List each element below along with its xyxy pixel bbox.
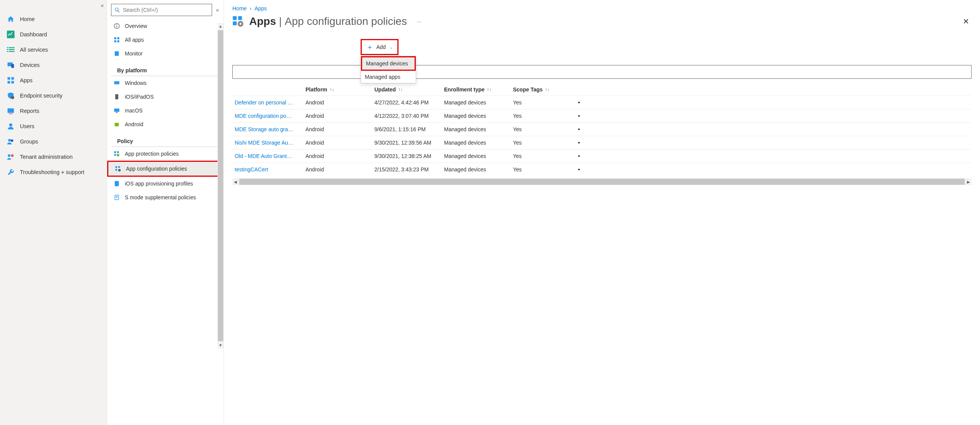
cell-platform: Android <box>305 113 374 119</box>
nav-tenant-admin[interactable]: Tenant administration <box>0 149 107 164</box>
row-more-button[interactable]: • <box>578 99 590 106</box>
apps-gear-icon <box>232 16 244 27</box>
shield-icon <box>7 92 15 99</box>
nav-reports[interactable]: Reports <box>0 103 107 119</box>
subnav-label: iOS app provisioning profiles <box>125 181 193 187</box>
table-row: MDE Storage auto gra…Android9/6/2021, 1:… <box>232 122 972 136</box>
nav-home[interactable]: Home <box>0 11 107 27</box>
subnav-label: macOS <box>125 107 143 114</box>
subnav-search-input[interactable] <box>123 7 209 13</box>
nav-devices[interactable]: Devices <box>0 57 107 73</box>
nav-label: Reports <box>20 108 39 114</box>
subnav-app-protection[interactable]: App protection policies <box>107 147 224 161</box>
home-icon <box>7 15 15 23</box>
svg-point-16 <box>8 139 11 142</box>
scroll-down-icon: ▼ <box>219 342 222 348</box>
subnav-app-config[interactable]: App configuration policies <box>107 161 224 177</box>
cell-updated: 4/12/2022, 3:07:40 PM <box>374 113 444 119</box>
dashboard-icon <box>7 31 15 38</box>
subnav-scrollbar[interactable]: ▲ ▼ <box>217 23 224 348</box>
gear-grid-icon <box>114 165 121 172</box>
subnav-windows[interactable]: Windows <box>107 76 224 90</box>
scrollbar-thumb[interactable] <box>239 179 965 185</box>
policy-name-link[interactable]: Nishi MDE Storage Au… <box>235 140 300 146</box>
cell-platform: Android <box>305 99 374 106</box>
svg-point-19 <box>11 154 14 157</box>
scroll-left-icon: ◀ <box>232 180 238 184</box>
subnav-label: iOS/iPadOS <box>125 94 154 100</box>
row-more-button[interactable]: • <box>578 153 590 159</box>
svg-rect-48 <box>233 21 237 25</box>
grid-icon <box>113 36 120 43</box>
nav-endpoint-security[interactable]: Endpoint security <box>0 88 107 103</box>
filter-searchbar[interactable] <box>232 65 972 79</box>
cell-enrollment: Managed devices <box>444 166 513 173</box>
svg-point-20 <box>115 8 118 11</box>
groups-icon <box>7 138 15 145</box>
svg-rect-28 <box>117 40 119 42</box>
col-enrollment[interactable]: Enrollment type↑↓ <box>444 86 513 93</box>
svg-point-15 <box>9 124 12 127</box>
nav-dashboard[interactable]: Dashboard <box>0 27 107 42</box>
row-more-button[interactable]: • <box>578 166 590 173</box>
subnav-label: Monitor <box>125 50 143 57</box>
row-more-button[interactable]: • <box>578 140 590 146</box>
svg-rect-29 <box>115 51 119 56</box>
add-button[interactable]: ＋ Add ⌄ <box>361 39 399 55</box>
macos-icon <box>113 107 120 114</box>
col-updated[interactable]: Updated↑↓ <box>374 86 444 93</box>
row-more-button[interactable]: • <box>578 126 590 132</box>
subnav-collapse[interactable]: « <box>216 7 220 13</box>
subnav-overview[interactable]: Overview <box>107 19 224 33</box>
subnav-monitor[interactable]: Monitor <box>107 47 224 60</box>
global-nav-collapse[interactable]: « <box>0 2 107 11</box>
nav-users[interactable]: Users <box>0 119 107 134</box>
breadcrumb-home[interactable]: Home <box>232 5 247 11</box>
subnav-android[interactable]: Android <box>107 117 224 131</box>
horizontal-scrollbar[interactable]: ◀ ▶ <box>232 178 972 185</box>
nav-troubleshooting[interactable]: Troubleshooting + support <box>0 164 107 180</box>
chevron-down-icon: ⌄ <box>390 45 393 49</box>
doc-icon <box>113 194 120 201</box>
cell-updated: 9/30/2021, 12:38:25 AM <box>374 153 444 159</box>
col-scope[interactable]: Scope Tags↑↓ <box>513 86 578 93</box>
nav-all-services[interactable]: All services <box>0 42 107 57</box>
cell-scope: Yes <box>513 153 578 159</box>
policy-name-link[interactable]: MDE configuration po… <box>235 113 300 119</box>
close-button[interactable]: ✕ <box>963 17 972 26</box>
svg-rect-40 <box>115 169 117 171</box>
subnav-all-apps[interactable]: All apps <box>107 33 224 47</box>
scrollbar-thumb[interactable] <box>218 30 223 341</box>
row-more-button[interactable]: • <box>578 113 590 119</box>
svg-rect-42 <box>115 181 119 186</box>
tenant-icon <box>7 153 15 161</box>
dropdown-managed-devices[interactable]: Managed devices <box>361 56 416 71</box>
subnav-label: S mode supplemental policies <box>125 194 196 200</box>
policy-name-link[interactable]: Defender on personal … <box>235 99 300 106</box>
subnav-macos[interactable]: macOS <box>107 104 224 117</box>
subnav-ios-provisioning[interactable]: iOS app provisioning profiles <box>107 177 224 191</box>
more-button[interactable]: ··· <box>412 18 421 24</box>
dropdown-managed-apps[interactable]: Managed apps <box>361 71 416 83</box>
policy-name-link[interactable]: Old - MDE Auto Grant… <box>235 153 300 159</box>
subnav-ios[interactable]: iOS/iPadOS <box>107 90 224 104</box>
policy-name-link[interactable]: MDE Storage auto gra… <box>235 126 300 132</box>
svg-point-17 <box>11 139 13 142</box>
policy-name-link[interactable]: testingCACert <box>235 166 300 173</box>
add-button-label: Add <box>376 44 386 50</box>
svg-rect-10 <box>11 77 14 80</box>
svg-rect-14 <box>8 108 14 113</box>
nav-label: Apps <box>20 77 33 83</box>
subnav-smode[interactable]: S mode supplemental policies <box>107 191 224 204</box>
nav-groups[interactable]: Groups <box>0 134 107 149</box>
svg-rect-35 <box>114 151 116 153</box>
cell-scope: Yes <box>513 99 578 106</box>
svg-rect-5 <box>9 49 15 50</box>
col-platform[interactable]: Platform↑↓ <box>305 86 374 93</box>
subnav-label: All apps <box>125 37 144 43</box>
subnav-search[interactable] <box>111 4 212 16</box>
page-subtitle: App configuration policies <box>285 15 407 27</box>
nav-apps[interactable]: Apps <box>0 73 107 88</box>
svg-line-21 <box>118 11 119 12</box>
breadcrumb-apps[interactable]: Apps <box>255 5 267 11</box>
